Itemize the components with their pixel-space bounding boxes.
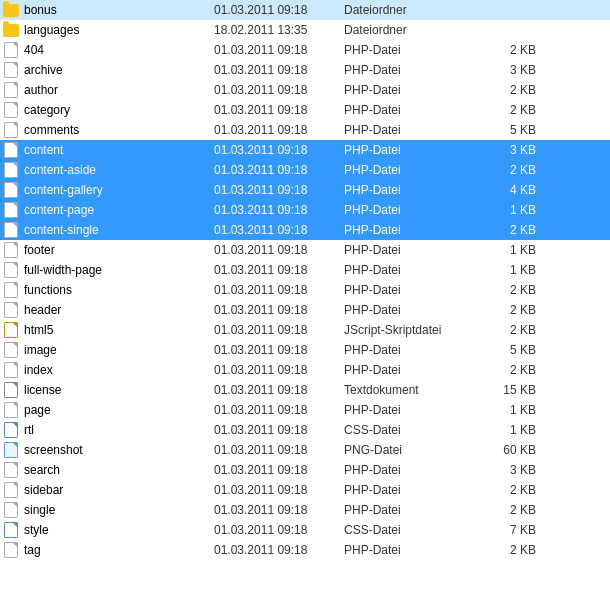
- table-row[interactable]: style01.03.2011 09:18CSS-Datei7 KB: [0, 520, 610, 540]
- table-row[interactable]: content01.03.2011 09:18PHP-Datei3 KB: [0, 140, 610, 160]
- file-name: content-aside: [24, 163, 214, 177]
- table-row[interactable]: header01.03.2011 09:18PHP-Datei2 KB: [0, 300, 610, 320]
- file-size: 1 KB: [484, 203, 544, 217]
- file-date: 01.03.2011 09:18: [214, 323, 344, 337]
- file-size: 3 KB: [484, 143, 544, 157]
- file-date: 01.03.2011 09:18: [214, 3, 344, 17]
- file-date: 01.03.2011 09:18: [214, 143, 344, 157]
- file-size: 2 KB: [484, 323, 544, 337]
- file-type: PHP-Datei: [344, 243, 484, 257]
- table-row[interactable]: content-single01.03.2011 09:18PHP-Datei2…: [0, 220, 610, 240]
- file-type: CSS-Datei: [344, 523, 484, 537]
- file-size: 1 KB: [484, 243, 544, 257]
- file-type: PHP-Datei: [344, 83, 484, 97]
- file-name: content: [24, 143, 214, 157]
- file-name: tag: [24, 543, 214, 557]
- file-name: archive: [24, 63, 214, 77]
- txt-file-icon: [2, 382, 20, 398]
- file-name: style: [24, 523, 214, 537]
- table-row[interactable]: functions01.03.2011 09:18PHP-Datei2 KB: [0, 280, 610, 300]
- file-name: page: [24, 403, 214, 417]
- js-file-icon: [2, 322, 20, 338]
- table-row[interactable]: screenshot01.03.2011 09:18PNG-Datei60 KB: [0, 440, 610, 460]
- file-size: 2 KB: [484, 363, 544, 377]
- file-date: 01.03.2011 09:18: [214, 203, 344, 217]
- file-type: PHP-Datei: [344, 543, 484, 557]
- file-list: bonus01.03.2011 09:18Dateiordnerlanguage…: [0, 0, 610, 560]
- css-file-icon: [2, 522, 20, 538]
- file-size: 2 KB: [484, 223, 544, 237]
- php-file-icon: [2, 362, 20, 378]
- file-type: PHP-Datei: [344, 143, 484, 157]
- file-date: 01.03.2011 09:18: [214, 363, 344, 377]
- file-date: 01.03.2011 09:18: [214, 43, 344, 57]
- table-row[interactable]: footer01.03.2011 09:18PHP-Datei1 KB: [0, 240, 610, 260]
- file-date: 01.03.2011 09:18: [214, 543, 344, 557]
- file-size: 2 KB: [484, 503, 544, 517]
- table-row[interactable]: content-page01.03.2011 09:18PHP-Datei1 K…: [0, 200, 610, 220]
- table-row[interactable]: content-gallery01.03.2011 09:18PHP-Datei…: [0, 180, 610, 200]
- table-row[interactable]: archive01.03.2011 09:18PHP-Datei3 KB: [0, 60, 610, 80]
- php-file-icon: [2, 42, 20, 58]
- file-date: 01.03.2011 09:18: [214, 103, 344, 117]
- php-file-icon: [2, 162, 20, 178]
- table-row[interactable]: image01.03.2011 09:18PHP-Datei5 KB: [0, 340, 610, 360]
- file-name: search: [24, 463, 214, 477]
- file-name: content-gallery: [24, 183, 214, 197]
- file-size: 1 KB: [484, 403, 544, 417]
- table-row[interactable]: category01.03.2011 09:18PHP-Datei2 KB: [0, 100, 610, 120]
- file-name: screenshot: [24, 443, 214, 457]
- table-row[interactable]: author01.03.2011 09:18PHP-Datei2 KB: [0, 80, 610, 100]
- table-row[interactable]: bonus01.03.2011 09:18Dateiordner: [0, 0, 610, 20]
- table-row[interactable]: 40401.03.2011 09:18PHP-Datei2 KB: [0, 40, 610, 60]
- file-name: bonus: [24, 3, 214, 17]
- file-size: 1 KB: [484, 263, 544, 277]
- table-row[interactable]: search01.03.2011 09:18PHP-Datei3 KB: [0, 460, 610, 480]
- table-row[interactable]: page01.03.2011 09:18PHP-Datei1 KB: [0, 400, 610, 420]
- php-file-icon: [2, 282, 20, 298]
- file-type: PHP-Datei: [344, 403, 484, 417]
- table-row[interactable]: license01.03.2011 09:18Textdokument15 KB: [0, 380, 610, 400]
- php-file-icon: [2, 82, 20, 98]
- table-row[interactable]: content-aside01.03.2011 09:18PHP-Datei2 …: [0, 160, 610, 180]
- file-date: 01.03.2011 09:18: [214, 343, 344, 357]
- file-type: PHP-Datei: [344, 223, 484, 237]
- file-size: 2 KB: [484, 283, 544, 297]
- file-date: 01.03.2011 09:18: [214, 483, 344, 497]
- table-row[interactable]: full-width-page01.03.2011 09:18PHP-Datei…: [0, 260, 610, 280]
- php-file-icon: [2, 542, 20, 558]
- file-date: 01.03.2011 09:18: [214, 303, 344, 317]
- table-row[interactable]: tag01.03.2011 09:18PHP-Datei2 KB: [0, 540, 610, 560]
- file-name: author: [24, 83, 214, 97]
- file-name: languages: [24, 23, 214, 37]
- file-size: 1 KB: [484, 423, 544, 437]
- table-row[interactable]: sidebar01.03.2011 09:18PHP-Datei2 KB: [0, 480, 610, 500]
- file-name: functions: [24, 283, 214, 297]
- file-size: 5 KB: [484, 343, 544, 357]
- file-type: PNG-Datei: [344, 443, 484, 457]
- file-name: rtl: [24, 423, 214, 437]
- file-type: Dateiordner: [344, 23, 484, 37]
- file-size: 2 KB: [484, 103, 544, 117]
- file-name: category: [24, 103, 214, 117]
- file-date: 01.03.2011 09:18: [214, 123, 344, 137]
- file-date: 01.03.2011 09:18: [214, 63, 344, 77]
- table-row[interactable]: rtl01.03.2011 09:18CSS-Datei1 KB: [0, 420, 610, 440]
- php-file-icon: [2, 502, 20, 518]
- file-size: 3 KB: [484, 63, 544, 77]
- file-type: CSS-Datei: [344, 423, 484, 437]
- table-row[interactable]: comments01.03.2011 09:18PHP-Datei5 KB: [0, 120, 610, 140]
- table-row[interactable]: index01.03.2011 09:18PHP-Datei2 KB: [0, 360, 610, 380]
- file-name: 404: [24, 43, 214, 57]
- table-row[interactable]: single01.03.2011 09:18PHP-Datei2 KB: [0, 500, 610, 520]
- table-row[interactable]: languages18.02.2011 13:35Dateiordner: [0, 20, 610, 40]
- file-type: PHP-Datei: [344, 483, 484, 497]
- file-type: PHP-Datei: [344, 63, 484, 77]
- table-row[interactable]: html501.03.2011 09:18JScript-Skriptdatei…: [0, 320, 610, 340]
- file-name: html5: [24, 323, 214, 337]
- php-file-icon: [2, 222, 20, 238]
- php-file-icon: [2, 302, 20, 318]
- file-name: content-single: [24, 223, 214, 237]
- file-type: JScript-Skriptdatei: [344, 323, 484, 337]
- file-name: content-page: [24, 203, 214, 217]
